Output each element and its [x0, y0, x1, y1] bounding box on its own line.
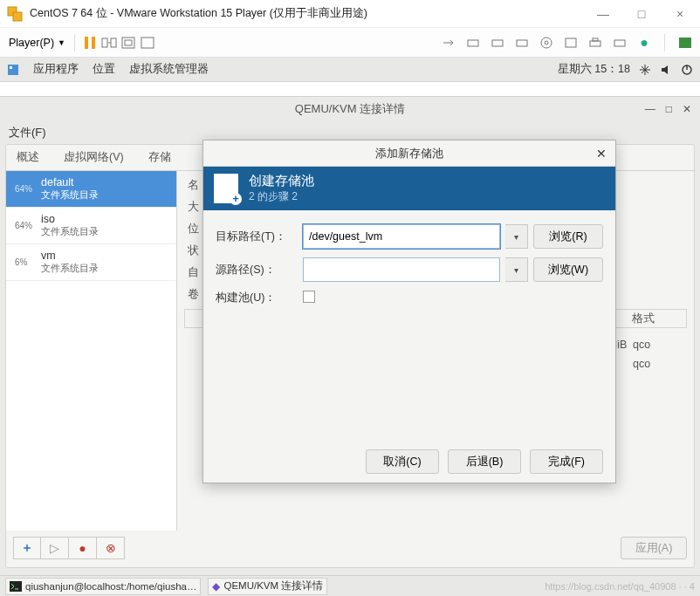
build-pool-checkbox[interactable]: [303, 291, 315, 303]
svg-rect-1: [13, 12, 22, 21]
printer-icon[interactable]: [586, 33, 605, 52]
svg-rect-5: [111, 38, 116, 47]
apps-menu[interactable]: 应用程序: [33, 62, 79, 77]
inner-minimize-button[interactable]: —: [645, 103, 655, 115]
pool-type: 文件系统目录: [41, 262, 99, 275]
taskbar-virt-label: QEMU/KVM 连接详情: [223, 579, 323, 593]
chevron-down-icon: ▼: [58, 38, 65, 47]
svg-rect-4: [102, 38, 107, 47]
pool-item-vm[interactable]: 6% vm 文件系统目录: [6, 244, 176, 281]
svg-rect-7: [125, 40, 132, 45]
source-path-label: 源路径(S)：: [216, 263, 298, 277]
browse-source-button[interactable]: 浏览(W): [533, 257, 603, 282]
clock[interactable]: 星期六 15：18: [558, 62, 630, 77]
back-button[interactable]: 后退(B): [448, 449, 521, 474]
cube-icon: ◆: [212, 580, 220, 593]
places-menu[interactable]: 位置: [93, 62, 115, 77]
network-icon[interactable]: [639, 64, 651, 76]
close-button[interactable]: ×: [672, 7, 688, 21]
svg-point-12: [541, 38, 552, 48]
apply-button[interactable]: 应用(A): [621, 537, 687, 559]
minimize-button[interactable]: —: [595, 7, 611, 21]
delete-pool-button[interactable]: ⊗: [97, 537, 125, 559]
tab-virtual-networks[interactable]: 虚拟网络(V): [60, 145, 127, 170]
pool-name: iso: [41, 213, 99, 225]
wizard-step: 2 的步骤 2: [249, 189, 314, 204]
fullscreen-icon[interactable]: [138, 33, 157, 52]
source-path-dropdown[interactable]: ▾: [505, 257, 528, 282]
window-title: QEMU/KVM 连接详情: [295, 101, 405, 117]
pause-icon[interactable]: [80, 33, 100, 52]
browse-target-button[interactable]: 浏览(R): [533, 224, 603, 249]
svg-rect-22: [10, 581, 22, 592]
fit-guest-icon[interactable]: [119, 33, 138, 52]
send-ctrl-alt-del-icon[interactable]: [100, 33, 119, 52]
dialog-close-button[interactable]: ✕: [596, 147, 607, 161]
stop-pool-button[interactable]: ●: [69, 537, 97, 559]
separator: [74, 34, 75, 51]
tab-storage[interactable]: 存储: [145, 145, 175, 170]
pool-item-iso[interactable]: 64% iso 文件系统目录: [6, 208, 176, 244]
taskbar-terminal-label: qiushanjun@localhost:/home/qiusha…: [25, 581, 196, 592]
pool-item-default[interactable]: 64% default 文件系统目录: [6, 171, 176, 208]
pool-usage: 64%: [15, 221, 36, 230]
svg-rect-17: [614, 40, 625, 46]
tab-overview[interactable]: 概述: [13, 145, 43, 170]
arrow-icon[interactable]: [439, 33, 458, 52]
cd-icon[interactable]: [537, 33, 556, 52]
svg-rect-14: [566, 38, 576, 47]
taskbar-terminal[interactable]: qiushanjun@localhost:/home/qiusha…: [5, 578, 201, 595]
floppy-icon[interactable]: [561, 33, 580, 52]
svg-rect-11: [517, 40, 527, 46]
target-path-label: 目标路径(T)：: [216, 229, 298, 244]
wizard-heading: 创建存储池: [249, 173, 314, 189]
svg-rect-3: [92, 37, 95, 49]
pool-usage: 64%: [15, 184, 36, 194]
svg-rect-16: [593, 38, 598, 41]
svg-rect-10: [492, 40, 503, 46]
hdd1-icon[interactable]: [463, 33, 483, 52]
unity-icon[interactable]: [676, 33, 695, 52]
vmware-window-title: CentOS 7 64 位 - VMware Workstation 15 Pl…: [30, 6, 367, 21]
inner-maximize-button[interactable]: □: [666, 103, 672, 115]
watermark: https://blog.csdn.net/qq_40908 · · 4: [545, 581, 695, 592]
target-path-input[interactable]: [303, 224, 500, 249]
pool-name: default: [41, 176, 99, 188]
sound-icon[interactable]: ●: [635, 33, 654, 52]
hdd3-icon[interactable]: [512, 33, 532, 52]
storage-pool-list: 64% default 文件系统目录 64% iso 文件系统目录 6%: [6, 171, 177, 531]
svg-rect-6: [122, 38, 134, 48]
player-menu[interactable]: Player(P) ▼: [5, 34, 69, 51]
file-menu[interactable]: 文件(F): [9, 125, 46, 140]
virt-manager-menu[interactable]: 虚拟系统管理器: [129, 62, 209, 77]
maximize-button[interactable]: □: [634, 7, 649, 21]
player-menu-label: Player(P): [9, 37, 54, 49]
taskbar-virt-manager[interactable]: ◆ QEMU/KVM 连接详情: [208, 578, 327, 595]
svg-rect-15: [590, 41, 600, 46]
svg-rect-2: [85, 37, 88, 49]
vmware-app-icon: [7, 6, 23, 22]
svg-rect-8: [141, 38, 154, 48]
pool-type: 文件系统目录: [41, 225, 99, 238]
svg-rect-18: [679, 38, 691, 48]
nic-icon[interactable]: [610, 33, 629, 52]
finish-button[interactable]: 完成(F): [530, 449, 603, 474]
target-path-dropdown[interactable]: ▾: [505, 224, 528, 249]
cancel-button[interactable]: 取消(C): [366, 449, 439, 474]
add-storage-pool-dialog: 添加新存储池 ✕ 创建存储池 2 的步骤 2 目标路径(T)： ▾ 浏览(R) …: [202, 140, 616, 483]
svg-rect-20: [10, 66, 12, 69]
svg-rect-19: [8, 65, 18, 75]
separator: [664, 34, 665, 51]
add-pool-button[interactable]: ＋: [13, 537, 41, 559]
power-icon[interactable]: [681, 64, 693, 76]
hdd2-icon[interactable]: [488, 33, 507, 52]
volume-icon[interactable]: [660, 64, 672, 76]
svg-point-13: [545, 41, 548, 45]
svg-rect-9: [468, 40, 478, 46]
inner-close-button[interactable]: ✕: [683, 103, 691, 115]
virt-manager-icon: [7, 64, 19, 76]
source-path-input[interactable]: [303, 257, 500, 282]
build-pool-label: 构建池(U)：: [216, 291, 298, 305]
start-pool-button[interactable]: ▷: [41, 537, 69, 559]
pool-type: 文件系统目录: [41, 188, 99, 202]
